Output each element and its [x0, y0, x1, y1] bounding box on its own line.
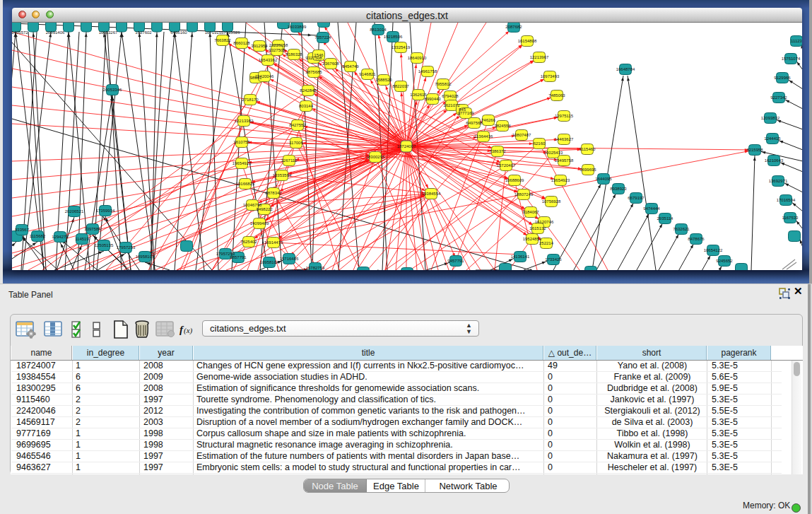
svg-text:13692971: 13692971: [769, 179, 788, 183]
svg-text:6794028: 6794028: [442, 94, 459, 98]
svg-text:16648784: 16648784: [616, 67, 635, 71]
svg-text:3498222: 3498222: [256, 207, 273, 211]
svg-text:10807487: 10807487: [512, 133, 531, 137]
svg-text:9474444: 9474444: [643, 206, 660, 211]
svg-text:9327509: 9327509: [269, 48, 286, 52]
svg-text:1115682: 1115682: [30, 234, 46, 238]
svg-text:20053346: 20053346: [103, 88, 122, 92]
svg-text:12975115: 12975115: [555, 114, 574, 118]
svg-text:12213967: 12213967: [530, 55, 549, 59]
svg-text:15720407: 15720407: [497, 163, 516, 168]
svg-text:16033809: 16033809: [288, 25, 307, 29]
svg-text:16782759: 16782759: [306, 266, 325, 270]
svg-text:3875685: 3875685: [305, 70, 322, 74]
svg-text:10025433: 10025433: [544, 151, 563, 155]
svg-text:6466160: 6466160: [170, 30, 187, 35]
svg-text:62160: 62160: [534, 141, 546, 146]
svg-text:2087682: 2087682: [505, 25, 522, 29]
svg-text:10653267: 10653267: [99, 30, 118, 35]
svg-text:12213382: 12213382: [235, 119, 254, 123]
svg-text:10958107: 10958107: [136, 255, 155, 259]
svg-text:1733426: 1733426: [545, 257, 562, 262]
svg-text:1167533: 1167533: [782, 216, 799, 220]
svg-text:12093832: 12093832: [761, 116, 780, 120]
svg-text:10688609: 10688609: [505, 178, 524, 182]
svg-text:17957253: 17957253: [117, 245, 136, 250]
svg-text:2367608: 2367608: [322, 62, 339, 66]
svg-text:8822037: 8822037: [392, 84, 409, 88]
svg-text:17016504: 17016504: [777, 198, 796, 202]
svg-text:2935114: 2935114: [657, 216, 674, 221]
svg-text:11123: 11123: [791, 39, 802, 43]
svg-text:19218506: 19218506: [384, 35, 403, 39]
svg-text:1610755: 1610755: [233, 140, 250, 144]
svg-text:10654122: 10654122: [704, 248, 723, 252]
svg-text:8427552: 8427552: [289, 123, 306, 127]
svg-text:8878342: 8878342: [265, 191, 282, 195]
svg-text:16210643: 16210643: [765, 158, 784, 163]
svg-text:9129966: 9129966: [774, 76, 791, 80]
svg-text:1294273: 1294273: [52, 235, 69, 239]
svg-text:7632621: 7632621: [673, 227, 690, 231]
svg-text:9146821: 9146821: [359, 72, 376, 76]
svg-text:16120746: 16120746: [535, 220, 554, 224]
svg-text:14463627: 14463627: [555, 137, 574, 141]
svg-text:1588520: 1588520: [375, 78, 392, 82]
svg-text:14136141: 14136141: [511, 255, 530, 259]
svg-text:16543362: 16543362: [259, 58, 278, 62]
svg-text:16154808: 16154808: [518, 39, 537, 43]
svg-text:15751074: 15751074: [782, 57, 801, 61]
svg-text:8938923: 8938923: [610, 187, 627, 191]
svg-text:13654923: 13654923: [551, 178, 570, 182]
svg-text:10958107: 10958107: [260, 260, 279, 264]
svg-text:21364436: 21364436: [474, 134, 493, 139]
svg-text:13325419: 13325419: [392, 45, 411, 49]
svg-text:15716485: 15716485: [280, 257, 299, 261]
svg-text:20206521: 20206521: [65, 209, 84, 214]
svg-text:10719155: 10719155: [205, 30, 224, 35]
svg-text:9115460: 9115460: [579, 147, 596, 151]
svg-text:(x): (x): [184, 326, 193, 335]
svg-text:1405572: 1405572: [12, 30, 28, 35]
svg-text:19384554: 19384554: [422, 192, 441, 196]
svg-text:1644095: 1644095: [595, 177, 612, 181]
svg-text:1615132: 1615132: [529, 226, 546, 230]
svg-text:19654923: 19654923: [233, 161, 252, 165]
svg-text:10756928: 10756928: [542, 199, 561, 204]
svg-text:9457791: 9457791: [447, 259, 464, 263]
svg-text:8454749: 8454749: [342, 64, 359, 69]
svg-text:1244415: 1244415: [764, 136, 781, 141]
svg-text:7663822: 7663822: [214, 38, 231, 42]
svg-text:7386372: 7386372: [489, 149, 506, 153]
svg-text:14099489: 14099489: [250, 221, 269, 226]
svg-text:8478676: 8478676: [688, 237, 705, 241]
svg-text:18807249: 18807249: [514, 192, 534, 197]
svg-text:13353594: 13353594: [273, 173, 292, 177]
svg-text:114519: 114519: [75, 237, 89, 241]
svg-text:9857791: 9857791: [230, 255, 247, 259]
svg-text:6679197: 6679197: [628, 196, 645, 200]
svg-text:18640910: 18640910: [408, 56, 427, 60]
svg-text:6497568: 6497568: [466, 121, 483, 125]
svg-text:3397586: 3397586: [84, 227, 101, 231]
svg-text:9777169: 9777169: [457, 111, 474, 115]
svg-text:0699695: 0699695: [579, 168, 596, 172]
svg-text:3912954: 3912954: [251, 44, 268, 48]
svg-text:20691406: 20691406: [46, 30, 65, 35]
svg-text:10973493: 10973493: [541, 74, 560, 78]
svg-text:7485063: 7485063: [548, 93, 565, 98]
svg-text:2718170: 2718170: [242, 98, 259, 102]
svg-text:746266: 746266: [481, 118, 496, 122]
svg-text:7515526: 7515526: [223, 30, 240, 35]
svg-text:8813014: 8813014: [370, 28, 387, 32]
svg-text:18724007: 18724007: [397, 144, 416, 148]
svg-text:8660128: 8660128: [233, 41, 250, 45]
svg-text:3824554: 3824554: [494, 124, 511, 128]
svg-text:13495758: 13495758: [555, 158, 574, 163]
svg-text:1527602: 1527602: [135, 30, 152, 35]
svg-text:17359934: 17359934: [96, 209, 115, 213]
svg-text:9184067: 9184067: [522, 210, 539, 214]
svg-text:8186328: 8186328: [286, 52, 302, 57]
svg-text:803144: 803144: [299, 104, 314, 108]
svg-text:252214: 252214: [539, 241, 554, 245]
